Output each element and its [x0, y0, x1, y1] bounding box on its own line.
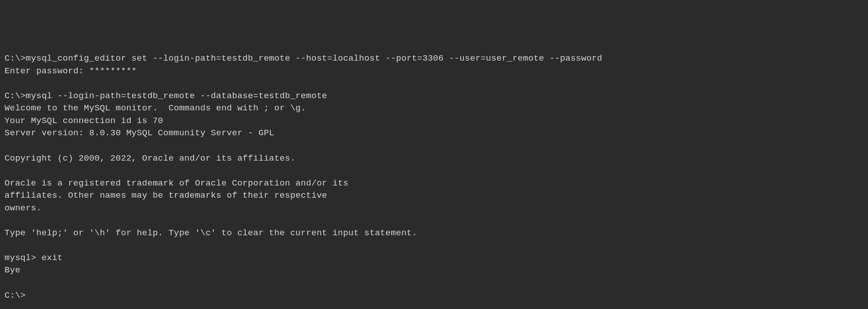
terminal-line — [5, 277, 863, 290]
terminal-output[interactable]: C:\>mysql_config_editor set --login-path… — [5, 52, 863, 302]
terminal-line: C:\>mysql --login-path=testdb_remote --d… — [5, 90, 863, 103]
terminal-line — [5, 214, 863, 227]
terminal-prompt: C:\> — [5, 290, 863, 302]
terminal-line: Oracle is a registered trademark of Orac… — [5, 177, 863, 190]
terminal-line: C:\>mysql_config_editor set --login-path… — [5, 52, 863, 65]
terminal-line: Copyright (c) 2000, 2022, Oracle and/or … — [5, 152, 863, 165]
terminal-line: Type 'help;' or '\h' for help. Type '\c'… — [5, 227, 863, 240]
terminal-line — [5, 77, 863, 90]
terminal-line — [5, 165, 863, 177]
terminal-line: Bye — [5, 264, 863, 277]
terminal-line — [5, 140, 863, 152]
terminal-line: owners. — [5, 202, 863, 215]
terminal-line: Enter password: ********* — [5, 65, 863, 78]
terminal-line: mysql> exit — [5, 252, 863, 265]
terminal-line: Welcome to the MySQL monitor. Commands e… — [5, 102, 863, 115]
terminal-line: affiliates. Other names may be trademark… — [5, 190, 863, 202]
terminal-line: Server version: 8.0.30 MySQL Community S… — [5, 127, 863, 140]
terminal-line — [5, 239, 863, 252]
terminal-line: Your MySQL connection id is 70 — [5, 115, 863, 128]
